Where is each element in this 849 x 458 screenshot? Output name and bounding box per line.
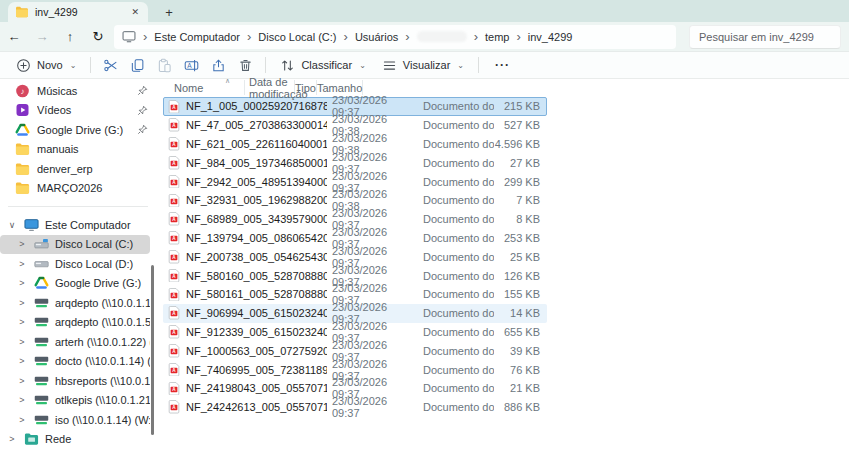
chevron-collapsed-icon[interactable]: > xyxy=(16,395,28,405)
pdf-file-icon: A xyxy=(168,212,180,226)
breadcrumb-segment[interactable]: › Este Computador xyxy=(136,30,240,43)
share-button[interactable] xyxy=(205,54,232,76)
sort-ascending-icon: ∧ xyxy=(225,77,230,85)
sidebar-drive-item[interactable]: > Disco Local (C:) xyxy=(0,235,150,255)
sidebar-item-this-pc[interactable]: ∨ Este Computador xyxy=(0,215,150,235)
rename-icon: A xyxy=(184,58,199,73)
divider xyxy=(265,57,266,73)
file-type-cell: Documento do Ad... xyxy=(412,194,494,206)
pdf-file-icon: A xyxy=(168,288,180,302)
column-header[interactable]: Tamanho xyxy=(317,80,363,95)
svg-text:♪: ♪ xyxy=(21,87,25,96)
up-button[interactable]: ↑ xyxy=(56,24,84,50)
chevron-collapsed-icon[interactable]: > xyxy=(16,298,28,308)
sidebar-item-network[interactable]: > Rede xyxy=(0,430,150,450)
pdf-file-icon: A xyxy=(168,363,180,377)
folder-icon xyxy=(15,6,29,18)
file-size-cell: 155 KB xyxy=(494,288,544,300)
sidebar-pinned-item[interactable]: Google Drive (G:) xyxy=(0,120,150,140)
forward-button[interactable]: → xyxy=(28,24,56,50)
copy-button[interactable] xyxy=(124,54,151,76)
sidebar-drive-item[interactable]: > Google Drive (G:) xyxy=(0,274,150,294)
sidebar-scrollbar[interactable] xyxy=(151,265,154,435)
chevron-collapsed-icon[interactable]: > xyxy=(16,415,28,425)
drive-icon xyxy=(34,393,49,407)
drive-icon xyxy=(34,335,49,349)
file-rows: A NF_1_005_00025920716878_385_001_000...… xyxy=(163,97,849,417)
search-input[interactable] xyxy=(689,25,841,49)
breadcrumb-segment[interactable]: › inv_4299 xyxy=(509,30,572,43)
breadcrumb-segment[interactable]: › Usuários xyxy=(337,30,399,43)
explorer-tab[interactable]: inv_4299 ✕ xyxy=(8,2,148,22)
refresh-button[interactable]: ↻ xyxy=(84,24,112,50)
delete-button[interactable] xyxy=(232,54,259,76)
file-type-cell: Documento do Ad... xyxy=(412,326,494,338)
chevron-expanded-icon[interactable]: ∨ xyxy=(6,220,18,230)
chevron-collapsed-icon[interactable]: > xyxy=(16,278,28,288)
file-row[interactable]: A NF_24242613_005_05570714000825_385_...… xyxy=(163,398,547,417)
file-size-cell: 25 KB xyxy=(494,251,544,263)
column-header[interactable]: Data de modificação xyxy=(245,80,295,95)
file-name-cell: A NF_906994_005_61502324002166_385_00... xyxy=(164,306,327,320)
sidebar-pinned-item[interactable]: ♪ Músicas xyxy=(0,81,150,101)
sidebar-drive-item[interactable]: > arterh (\\10.0.1.22) (L:) xyxy=(0,332,150,352)
sidebar-pinned-item[interactable]: denver_erp xyxy=(0,159,150,179)
chevron-collapsed-icon[interactable]: > xyxy=(16,337,28,347)
chevron-collapsed-icon[interactable]: > xyxy=(16,239,28,249)
file-type-cell: Documento do Ad... xyxy=(412,157,494,169)
network-icon xyxy=(24,432,39,446)
sidebar-drive-item[interactable]: > docto (\\10.0.1.14) (M:) xyxy=(0,352,150,372)
sidebar-pinned-item[interactable]: MARÇO2026 xyxy=(0,179,150,199)
item-icon xyxy=(15,181,30,195)
column-header[interactable]: Nome xyxy=(163,80,245,95)
drive-icon xyxy=(34,296,49,310)
sidebar-drive-item[interactable]: > hbsreports (\\10.0.1.14) (N:) xyxy=(0,371,150,391)
chevron-collapsed-icon[interactable]: > xyxy=(16,317,28,327)
new-tab-button[interactable]: + xyxy=(160,5,178,20)
drive-icon xyxy=(34,354,49,368)
file-size-cell: 7 KB xyxy=(494,194,544,206)
sidebar-drive-item[interactable]: > iso (\\10.0.1.14) (W:) xyxy=(0,410,150,430)
sidebar-drive-item[interactable]: > otlkepis (\\10.0.1.21) (O:) xyxy=(0,391,150,411)
file-name-cell: A NF_580160_005_52870888000389_385_00... xyxy=(164,269,327,283)
pdf-file-icon: A xyxy=(168,156,180,170)
svg-text:A: A xyxy=(188,61,193,68)
paste-button xyxy=(151,54,178,76)
chevron-right-icon: › xyxy=(509,30,527,43)
divider xyxy=(478,57,479,73)
sidebar-drive-item[interactable]: > arqdepto (\\10.0.1.15) (H:) xyxy=(0,293,150,313)
tab-title: inv_4299 xyxy=(35,6,123,18)
back-button[interactable]: ← xyxy=(0,24,28,50)
chevron-right-icon: › xyxy=(337,30,355,43)
chevron-collapsed-icon[interactable]: > xyxy=(6,434,18,444)
sidebar-pinned-item[interactable]: Vídeos xyxy=(0,101,150,121)
view-button[interactable]: Visualizar ⌄ xyxy=(374,54,472,76)
address-bar[interactable]: › Este Computador › Disco Local (C:) › U… xyxy=(114,25,676,49)
file-size-cell: 27 KB xyxy=(494,157,544,169)
breadcrumb-segment[interactable]: › xyxy=(398,30,466,43)
drive-icon xyxy=(34,315,49,329)
chevron-collapsed-icon[interactable]: > xyxy=(16,259,28,269)
sidebar-pinned-item[interactable]: manuais xyxy=(0,140,150,160)
new-button[interactable]: Novo ⌄ xyxy=(8,54,84,76)
column-header[interactable]: Tipo xyxy=(295,80,317,95)
file-size-cell: 886 KB xyxy=(494,401,544,413)
file-type-cell: Documento do Ad... xyxy=(412,401,494,413)
more-options-button[interactable]: ··· xyxy=(485,58,520,72)
file-name-cell: A NF_200738_005_05462543000144_385_00... xyxy=(164,250,327,264)
breadcrumb-segment[interactable]: › temp xyxy=(467,30,510,43)
file-size-cell: 655 KB xyxy=(494,326,544,338)
chevron-collapsed-icon[interactable]: > xyxy=(16,356,28,366)
cut-button[interactable] xyxy=(97,54,124,76)
file-type-cell: Documento do Ad... xyxy=(412,364,494,376)
breadcrumb-segment[interactable]: › Disco Local (C:) xyxy=(240,30,337,43)
close-tab-icon[interactable]: ✕ xyxy=(129,7,141,17)
sidebar-drive-item[interactable]: > arqdepto (\\10.0.1.51) (K:) xyxy=(0,313,150,333)
drive-icon xyxy=(34,257,49,271)
pdf-file-icon: A xyxy=(168,175,180,189)
file-type-cell: Documento do Ad... xyxy=(412,288,494,300)
chevron-collapsed-icon[interactable]: > xyxy=(16,376,28,386)
sidebar-drive-item[interactable]: > Disco Local (D:) xyxy=(0,254,150,274)
sort-button[interactable]: Classificar ⌄ xyxy=(272,54,373,76)
rename-button[interactable]: A xyxy=(178,54,205,76)
